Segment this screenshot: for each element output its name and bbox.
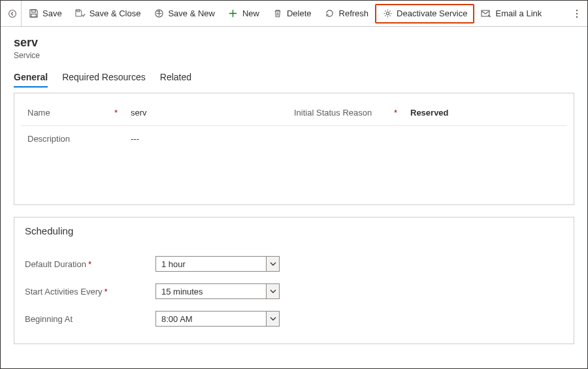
default-duration-label: Default Duration* (25, 259, 155, 269)
required-icon: * (394, 108, 397, 118)
chevron-down-icon (266, 284, 279, 298)
more-vertical-icon (572, 8, 582, 19)
status-label: Initial Status Reason* (294, 108, 405, 118)
envelope-icon (481, 8, 491, 19)
chevron-down-icon (266, 312, 279, 326)
beginning-at-value: 8:00 AM (161, 314, 193, 324)
command-bar: Save Save & Close Save & New New Delete … (1, 1, 587, 27)
back-button[interactable] (3, 1, 22, 27)
scheduling-title: Scheduling (14, 217, 574, 244)
svg-point-9 (576, 16, 578, 17)
default-duration-dropdown[interactable]: 1 hour (155, 256, 280, 272)
svg-rect-2 (31, 14, 36, 17)
delete-button[interactable]: Delete (266, 5, 318, 23)
start-every-label: Start Activities Every* (25, 287, 155, 297)
name-label: Name* (27, 108, 125, 118)
default-duration-value: 1 hour (161, 259, 186, 269)
delete-label: Delete (287, 8, 312, 18)
new-label: New (242, 8, 259, 18)
svg-rect-3 (76, 10, 79, 12)
gear-icon (382, 8, 393, 19)
scheduling-card: Scheduling Default Duration* 1 hour Star… (14, 217, 574, 344)
email-link-label: Email a Link (495, 8, 542, 18)
save-new-label: Save & New (168, 8, 215, 18)
overflow-menu-button[interactable] (569, 5, 585, 23)
email-link-button[interactable]: Email a Link (474, 5, 548, 23)
plus-icon (228, 8, 238, 19)
general-card: Name* serv Initial Status Reason* Reserv… (14, 93, 574, 205)
save-icon (28, 8, 39, 19)
svg-point-0 (8, 10, 16, 17)
beginning-at-label: Beginning At (25, 314, 155, 324)
save-new-button[interactable]: Save & New (147, 5, 221, 23)
refresh-button[interactable]: Refresh (318, 5, 376, 23)
name-value[interactable]: serv (131, 108, 147, 118)
start-every-value: 15 minutes (161, 287, 203, 297)
save-label: Save (42, 8, 62, 18)
save-close-icon (75, 8, 86, 19)
tab-related[interactable]: Related (160, 69, 191, 88)
save-new-icon (154, 8, 164, 19)
svg-point-5 (386, 12, 389, 14)
tab-general[interactable]: General (14, 69, 48, 88)
record-subtitle: Service (14, 51, 574, 60)
required-icon: * (88, 259, 91, 269)
svg-point-7 (576, 9, 578, 10)
record-title: serv (14, 36, 574, 50)
deactivate-service-button[interactable]: Deactivate Service (375, 4, 474, 24)
description-value[interactable]: --- (131, 134, 139, 144)
svg-rect-1 (31, 10, 35, 12)
new-button[interactable]: New (221, 5, 266, 23)
tab-list: General Required Resources Related (14, 69, 574, 88)
status-value[interactable]: Reserved (410, 108, 449, 118)
page-content: serv Service General Required Resources … (1, 27, 587, 344)
description-label: Description (27, 134, 125, 144)
refresh-label: Refresh (339, 8, 369, 18)
trash-icon (272, 8, 283, 19)
beginning-at-dropdown[interactable]: 8:00 AM (155, 311, 280, 327)
start-every-dropdown[interactable]: 15 minutes (155, 283, 280, 299)
required-icon: * (114, 108, 118, 118)
svg-point-8 (576, 12, 578, 14)
chevron-down-icon (266, 257, 279, 271)
save-close-label: Save & Close (90, 8, 141, 18)
required-icon: * (104, 287, 107, 297)
chevron-left-icon (7, 8, 18, 19)
refresh-icon (325, 8, 335, 19)
save-button[interactable]: Save (22, 5, 69, 23)
save-close-button[interactable]: Save & Close (69, 5, 148, 23)
tab-required-resources[interactable]: Required Resources (62, 69, 146, 88)
deactivate-label: Deactivate Service (397, 8, 467, 18)
